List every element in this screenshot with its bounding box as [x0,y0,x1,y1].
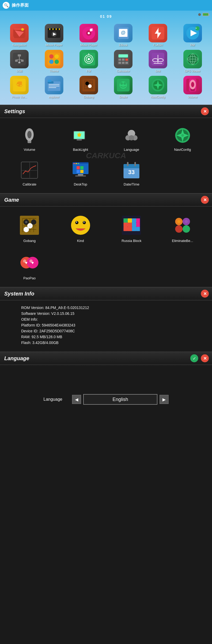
language-check-button[interactable]: ✓ [190,354,198,362]
svg-rect-10 [59,28,60,30]
settings-datetime-icon: 33 [121,160,142,181]
app-gps-viewer[interactable]: GPS Viewer [176,49,209,74]
language-current-value: English [83,394,157,405]
settings-language[interactable]: Language [107,122,156,154]
app-volume-label: Volume [188,95,197,99]
app-calculator[interactable]: Calculator [107,49,140,74]
svg-rect-48 [118,62,121,64]
settings-datetime[interactable]: 33 Date/Time [107,157,156,189]
language-close-button[interactable]: ✕ [201,354,209,362]
app-rm[interactable]: RM [176,23,209,48]
settings-datetime-label: Date/Time [124,182,139,186]
svg-point-85 [123,82,126,85]
svg-point-83 [120,81,127,89]
svg-point-148 [83,222,85,223]
app-gps-label: GPS Viewer [185,69,201,73]
app-unit[interactable]: Unit [141,49,175,74]
app-photo-viewer[interactable]: Photo Vie... [3,75,36,100]
naviconfig-icon [149,76,167,94]
game-russia-block[interactable]: Russia Block [107,211,156,245]
rm-icon [183,24,202,42]
settings-grid: Volume BackLight [3,122,209,189]
game-paopao[interactable]: ♥ ♥ PaoPao [5,248,54,283]
app-navigation[interactable]: Navigation [3,23,36,48]
app-flash[interactable]: FLASH [141,23,175,48]
svg-rect-154 [132,218,136,223]
svg-rect-69 [49,87,56,88]
app-naviconfig[interactable]: NaviConfig [141,75,175,100]
app-fm[interactable]: FM [72,49,105,74]
svg-point-142 [31,219,36,225]
game-gobang[interactable]: Gobang [5,211,54,245]
flash-icon [149,24,167,42]
sysinfo-title: System Info [4,291,34,297]
app-music-player[interactable]: Music Player [72,23,105,48]
svg-rect-44 [118,54,128,58]
language-row: Language ◀ English ▶ [43,394,169,405]
app-photo-label: Photo Vie... [12,95,27,99]
settings-calibrate[interactable]: Calibrate [5,157,54,189]
app-usb[interactable]: USB [3,49,36,74]
volume-icon [183,76,202,94]
app-explorer-label: explorer [49,95,59,99]
game-eliminatebe-icon [171,213,195,237]
settings-close-button[interactable]: ✕ [201,107,209,115]
settings-volume[interactable]: Volume [5,122,54,154]
svg-point-104 [129,135,134,140]
app-grid: Navigation Movie Player [0,22,212,101]
game-gobang-label: Gobang [23,239,36,243]
svg-point-139 [25,221,27,223]
app-gobang-label: Gobang [83,95,94,99]
svg-point-15 [88,32,90,34]
app-gobang[interactable]: Gobang [72,75,105,100]
signal-icon [198,13,201,16]
app-explorer[interactable]: explorer [37,75,71,100]
svg-rect-155 [132,223,136,227]
app-rm-label: RM [190,43,195,47]
svg-rect-122 [75,175,86,177]
app-movie-player[interactable]: Movie Player [37,23,71,48]
svg-rect-126 [127,162,129,166]
app-theme[interactable]: Theme [37,49,71,74]
top-bar: 🔍 操作界面 [0,0,212,11]
svg-rect-32 [18,62,20,63]
svg-point-141 [29,225,31,227]
sysinfo-close-button[interactable]: ✕ [201,290,209,298]
svg-point-95 [27,131,32,138]
language-prev-button[interactable]: ◀ [72,395,81,404]
game-kind[interactable]: Kind [56,211,105,245]
svg-point-64 [20,81,22,83]
app-volume[interactable]: Volume [176,75,209,100]
app-theme-label: Theme [50,69,59,73]
svg-rect-70 [48,80,51,82]
app-navigation-label: Navigation [12,43,26,47]
sysinfo-platform: Platform ID: 5946504E44383243 [21,323,191,327]
settings-naviconfig[interactable]: NaviConfig [158,122,207,154]
settings-backlight[interactable]: BackLight [56,122,105,154]
app-snake[interactable]: Snake [107,75,140,100]
svg-rect-68 [49,86,59,86]
game-section-header: Game ✕ [0,193,212,206]
svg-point-92 [191,82,194,87]
svg-point-35 [55,54,59,59]
sysinfo-section-header: System Info ✕ [0,287,212,300]
gps-icon [183,50,202,68]
settings-backlight-icon [70,125,91,146]
app-ebook[interactable]: @ EBook [107,23,140,48]
svg-point-81 [88,84,92,88]
language-area: Language ◀ English ▶ [0,365,212,434]
svg-rect-7 [49,28,50,30]
svg-rect-115 [76,163,77,164]
settings-desktop-icon [70,160,91,181]
settings-volume-icon [19,125,40,146]
game-eliminatebe[interactable]: EliminateBe... [158,211,207,245]
svg-rect-118 [80,166,83,169]
svg-rect-9 [56,28,57,30]
game-close-button[interactable]: ✕ [201,196,209,204]
svg-rect-119 [77,170,80,173]
settings-volume-label: Volume [24,148,35,152]
svg-rect-33 [48,53,60,65]
settings-desktop[interactable]: DeskTop [56,157,105,189]
language-next-button[interactable]: ▶ [160,395,169,404]
battery-icon [202,13,209,16]
